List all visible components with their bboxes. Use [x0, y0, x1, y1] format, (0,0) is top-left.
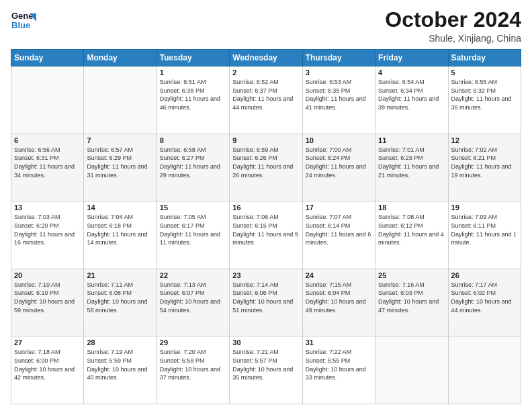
day-number: 25: [378, 271, 445, 279]
week-row-2: 6Sunrise: 6:56 AM Sunset: 6:31 PM Daylig…: [11, 134, 521, 201]
table-row: 11Sunrise: 7:01 AM Sunset: 6:23 PM Dayli…: [375, 134, 448, 201]
day-number: 10: [306, 136, 372, 144]
day-number: 8: [160, 136, 226, 144]
day-number: 23: [232, 271, 299, 279]
day-info: Sunrise: 6:56 AM Sunset: 6:31 PM Dayligh…: [14, 146, 81, 179]
day-info: Sunrise: 7:19 AM Sunset: 5:59 PM Dayligh…: [87, 348, 153, 381]
table-row: 19Sunrise: 7:09 AM Sunset: 6:11 PM Dayli…: [448, 201, 521, 269]
table-row: 30Sunrise: 7:21 AM Sunset: 5:57 PM Dayli…: [230, 336, 302, 404]
table-row: 25Sunrise: 7:16 AM Sunset: 6:03 PM Dayli…: [375, 269, 448, 336]
logo-icon: General Blue: [11, 8, 36, 34]
day-info: Sunrise: 6:58 AM Sunset: 6:27 PM Dayligh…: [160, 146, 226, 179]
col-tuesday: Tuesday: [157, 50, 229, 66]
day-info: Sunrise: 7:00 AM Sunset: 6:24 PM Dayligh…: [306, 146, 372, 179]
day-number: 3: [306, 68, 372, 77]
day-number: 19: [451, 203, 518, 212]
day-info: Sunrise: 7:15 AM Sunset: 6:04 PM Dayligh…: [306, 281, 372, 314]
location-subtitle: Shule, Xinjiang, China: [385, 33, 521, 44]
logo: General Blue: [11, 8, 36, 34]
table-row: 22Sunrise: 7:13 AM Sunset: 6:07 PM Dayli…: [157, 269, 229, 336]
day-number: 21: [87, 271, 153, 279]
day-info: Sunrise: 7:10 AM Sunset: 6:10 PM Dayligh…: [14, 281, 81, 314]
table-row: 5Sunrise: 6:55 AM Sunset: 6:32 PM Daylig…: [448, 66, 521, 134]
day-number: 26: [451, 271, 518, 279]
day-info: Sunrise: 6:55 AM Sunset: 6:32 PM Dayligh…: [451, 78, 518, 111]
svg-text:Blue: Blue: [11, 20, 30, 30]
day-info: Sunrise: 6:51 AM Sunset: 6:38 PM Dayligh…: [160, 78, 226, 111]
table-row: 9Sunrise: 6:59 AM Sunset: 6:26 PM Daylig…: [230, 134, 302, 201]
col-monday: Monday: [84, 50, 157, 66]
table-row: 7Sunrise: 6:57 AM Sunset: 6:29 PM Daylig…: [84, 134, 157, 201]
day-number: 27: [14, 338, 81, 347]
day-info: Sunrise: 6:54 AM Sunset: 6:34 PM Dayligh…: [378, 78, 445, 111]
table-row: [84, 66, 157, 134]
table-row: 18Sunrise: 7:08 AM Sunset: 6:12 PM Dayli…: [375, 201, 448, 269]
day-number: 31: [306, 338, 372, 347]
day-number: 22: [160, 271, 226, 279]
main-container: General Blue October 2024 Shule, Xinjian…: [0, 0, 532, 411]
col-saturday: Saturday: [448, 50, 521, 66]
day-number: 20: [14, 271, 81, 279]
day-info: Sunrise: 7:18 AM Sunset: 6:00 PM Dayligh…: [14, 348, 81, 381]
table-row: 6Sunrise: 6:56 AM Sunset: 6:31 PM Daylig…: [11, 134, 84, 201]
day-info: Sunrise: 7:17 AM Sunset: 6:02 PM Dayligh…: [451, 281, 518, 314]
day-info: Sunrise: 7:16 AM Sunset: 6:03 PM Dayligh…: [378, 281, 445, 314]
table-row: [375, 336, 448, 404]
day-number: 12: [451, 136, 518, 144]
table-row: 14Sunrise: 7:04 AM Sunset: 6:18 PM Dayli…: [84, 201, 157, 269]
table-row: 20Sunrise: 7:10 AM Sunset: 6:10 PM Dayli…: [11, 269, 84, 336]
day-number: 4: [378, 68, 445, 77]
table-row: 26Sunrise: 7:17 AM Sunset: 6:02 PM Dayli…: [448, 269, 521, 336]
day-number: 14: [87, 203, 153, 212]
col-wednesday: Wednesday: [230, 50, 302, 66]
title-section: October 2024 Shule, Xinjiang, China: [385, 8, 521, 44]
day-info: Sunrise: 7:11 AM Sunset: 6:08 PM Dayligh…: [87, 281, 153, 314]
day-number: 7: [87, 136, 153, 144]
day-info: Sunrise: 7:13 AM Sunset: 6:07 PM Dayligh…: [160, 281, 226, 314]
header: General Blue October 2024 Shule, Xinjian…: [11, 8, 521, 44]
day-number: 5: [451, 68, 518, 77]
day-info: Sunrise: 7:14 AM Sunset: 6:06 PM Dayligh…: [232, 281, 299, 314]
col-thursday: Thursday: [302, 50, 375, 66]
day-info: Sunrise: 7:20 AM Sunset: 5:58 PM Dayligh…: [160, 348, 226, 381]
week-row-3: 13Sunrise: 7:03 AM Sunset: 6:20 PM Dayli…: [11, 201, 521, 269]
table-row: 4Sunrise: 6:54 AM Sunset: 6:34 PM Daylig…: [375, 66, 448, 134]
day-info: Sunrise: 7:07 AM Sunset: 6:14 PM Dayligh…: [306, 213, 372, 246]
day-number: 24: [306, 271, 372, 279]
table-row: 29Sunrise: 7:20 AM Sunset: 5:58 PM Dayli…: [157, 336, 229, 404]
table-row: 23Sunrise: 7:14 AM Sunset: 6:06 PM Dayli…: [230, 269, 302, 336]
day-info: Sunrise: 7:05 AM Sunset: 6:17 PM Dayligh…: [160, 213, 226, 246]
day-number: 13: [14, 203, 81, 212]
day-number: 9: [232, 136, 299, 144]
table-row: 17Sunrise: 7:07 AM Sunset: 6:14 PM Dayli…: [302, 201, 375, 269]
table-row: 15Sunrise: 7:05 AM Sunset: 6:17 PM Dayli…: [157, 201, 229, 269]
day-info: Sunrise: 7:09 AM Sunset: 6:11 PM Dayligh…: [451, 213, 518, 246]
table-row: 31Sunrise: 7:22 AM Sunset: 5:55 PM Dayli…: [302, 336, 375, 404]
day-number: 2: [232, 68, 299, 77]
table-row: 2Sunrise: 6:52 AM Sunset: 6:37 PM Daylig…: [230, 66, 302, 134]
table-row: [448, 336, 521, 404]
table-row: 13Sunrise: 7:03 AM Sunset: 6:20 PM Dayli…: [11, 201, 84, 269]
week-row-4: 20Sunrise: 7:10 AM Sunset: 6:10 PM Dayli…: [11, 269, 521, 336]
col-sunday: Sunday: [11, 50, 84, 66]
week-row-1: 1Sunrise: 6:51 AM Sunset: 6:38 PM Daylig…: [11, 66, 521, 134]
table-row: 3Sunrise: 6:53 AM Sunset: 6:35 PM Daylig…: [302, 66, 375, 134]
day-number: 15: [160, 203, 226, 212]
day-info: Sunrise: 6:57 AM Sunset: 6:29 PM Dayligh…: [87, 146, 153, 179]
day-info: Sunrise: 6:52 AM Sunset: 6:37 PM Dayligh…: [232, 78, 299, 111]
table-row: 12Sunrise: 7:02 AM Sunset: 6:21 PM Dayli…: [448, 134, 521, 201]
table-row: 21Sunrise: 7:11 AM Sunset: 6:08 PM Dayli…: [84, 269, 157, 336]
day-number: 30: [232, 338, 299, 347]
day-info: Sunrise: 6:59 AM Sunset: 6:26 PM Dayligh…: [232, 146, 299, 179]
day-number: 28: [87, 338, 153, 347]
header-row: Sunday Monday Tuesday Wednesday Thursday…: [11, 50, 521, 66]
day-info: Sunrise: 7:22 AM Sunset: 5:55 PM Dayligh…: [306, 348, 372, 381]
day-info: Sunrise: 6:53 AM Sunset: 6:35 PM Dayligh…: [306, 78, 372, 111]
col-friday: Friday: [375, 50, 448, 66]
day-info: Sunrise: 7:02 AM Sunset: 6:21 PM Dayligh…: [451, 146, 518, 179]
table-row: 16Sunrise: 7:06 AM Sunset: 6:15 PM Dayli…: [230, 201, 302, 269]
day-info: Sunrise: 7:08 AM Sunset: 6:12 PM Dayligh…: [378, 213, 445, 246]
table-row: 10Sunrise: 7:00 AM Sunset: 6:24 PM Dayli…: [302, 134, 375, 201]
day-info: Sunrise: 7:04 AM Sunset: 6:18 PM Dayligh…: [87, 213, 153, 246]
table-row: 28Sunrise: 7:19 AM Sunset: 5:59 PM Dayli…: [84, 336, 157, 404]
